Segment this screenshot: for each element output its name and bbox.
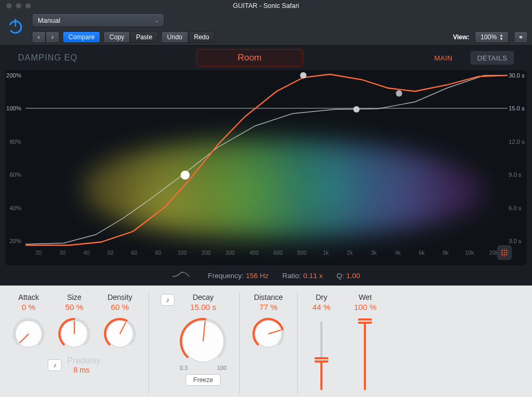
tab-details[interactable]: DETAILS — [470, 51, 514, 65]
predelay-value[interactable]: 8 ms — [73, 366, 89, 374]
view-label: View: — [453, 33, 469, 41]
dry-slider-col: Dry 44 % — [312, 293, 330, 394]
q-value[interactable]: 1.00 — [346, 272, 360, 280]
distance-value[interactable]: 77 % — [259, 303, 277, 312]
y-axis-right: 30.0 s 15.0 s 12.0 s 9.0 s 6.0 s 3.0 s — [505, 72, 528, 244]
toolbar-row-buttons: ‹ › Compare Copy Paste Undo Redo View: 1… — [0, 29, 532, 46]
section-label: DAMPING EQ — [18, 53, 77, 63]
window-traffic-lights[interactable] — [6, 3, 31, 8]
ratio-value[interactable]: 0.11 x — [303, 272, 323, 280]
control-panel: Attack 0 % Size 50 % Density 60 % — [0, 286, 532, 397]
decay-value[interactable]: 15.00 s — [190, 303, 216, 312]
wet-slider[interactable] — [364, 321, 366, 390]
redo-button[interactable]: Redo — [188, 31, 215, 43]
note-icon: ♪ — [166, 296, 169, 304]
decay-knob[interactable] — [179, 317, 228, 366]
svg-point-5 — [396, 90, 402, 97]
preset-select[interactable]: Manual ⌄ — [32, 13, 164, 27]
damping-eq-graph[interactable]: 200% 100% 80% 60% 40% 20% 30.0 s 15.0 s … — [5, 70, 527, 265]
size-knob-col: Size 50 % — [57, 293, 91, 351]
undo-button[interactable]: Undo — [161, 31, 188, 43]
density-value[interactable]: 60 % — [111, 303, 129, 312]
frequency-value[interactable]: 156 Hz — [246, 272, 269, 280]
svg-point-6 — [181, 171, 189, 179]
paste-button[interactable]: Paste — [130, 31, 158, 43]
svg-point-4 — [353, 106, 360, 113]
window-title: GUITAR - Sonic Safari — [233, 2, 299, 10]
predelay-sync-button[interactable]: ♪ — [48, 359, 62, 371]
section-header: DAMPING EQ Room MAIN DETAILS — [0, 46, 532, 70]
note-icon: ♪ — [53, 361, 56, 369]
decay-sync-button[interactable]: ♪ — [161, 294, 175, 306]
compare-button[interactable]: Compare — [63, 31, 100, 43]
link-button[interactable]: ⚭ — [514, 31, 528, 43]
tab-main[interactable]: MAIN — [422, 51, 465, 65]
distance-knob-col: Distance 77 % — [251, 293, 285, 394]
density-knob-col: Density 60 % — [103, 293, 137, 351]
attack-knob[interactable] — [12, 317, 46, 351]
eq-band-readout: Frequency:156 Hz Ratio:0.11 x Q:1.00 — [0, 265, 532, 286]
wet-slider-col: Wet 100 % — [354, 293, 377, 394]
filter-shape-icon[interactable] — [172, 271, 190, 280]
chevron-down-icon: ⌄ — [154, 18, 159, 23]
attack-knob-col: Attack 0 % — [12, 293, 46, 351]
wet-value[interactable]: 100 % — [354, 303, 377, 312]
link-icon: ⚭ — [518, 33, 524, 41]
zoom-select[interactable]: 100% ▴▾ — [475, 31, 509, 43]
predelay-row: ♪ Predelay 8 ms — [48, 356, 100, 374]
dry-slider[interactable] — [320, 321, 322, 390]
window-titlebar: GUITAR - Sonic Safari — [0, 0, 532, 12]
attack-value[interactable]: 0 % — [22, 303, 36, 312]
toolbar-row-preset: Manual ⌄ — [0, 12, 532, 29]
x-axis: 2030405060801002003004006008001k2k3k4k6k… — [27, 249, 505, 256]
size-value[interactable]: 50 % — [65, 303, 83, 312]
distance-knob[interactable] — [251, 317, 285, 351]
prev-preset-button[interactable]: ‹ — [32, 31, 46, 43]
freeze-button[interactable]: Freeze — [186, 374, 221, 386]
power-button[interactable] — [5, 16, 25, 36]
mode-button-room[interactable]: Room — [197, 49, 303, 66]
dry-value[interactable]: 44 % — [312, 303, 330, 312]
size-knob[interactable] — [57, 317, 91, 351]
stepper-icon: ▴▾ — [500, 33, 503, 40]
y-axis-left: 200% 100% 80% 60% 40% 20% — [2, 72, 24, 244]
next-preset-button[interactable]: › — [46, 31, 59, 43]
svg-point-3 — [300, 72, 307, 79]
preset-name: Manual — [38, 16, 60, 24]
copy-button[interactable]: Copy — [103, 31, 130, 43]
density-knob[interactable] — [103, 317, 137, 351]
visualizer-toggle[interactable] — [497, 245, 512, 260]
